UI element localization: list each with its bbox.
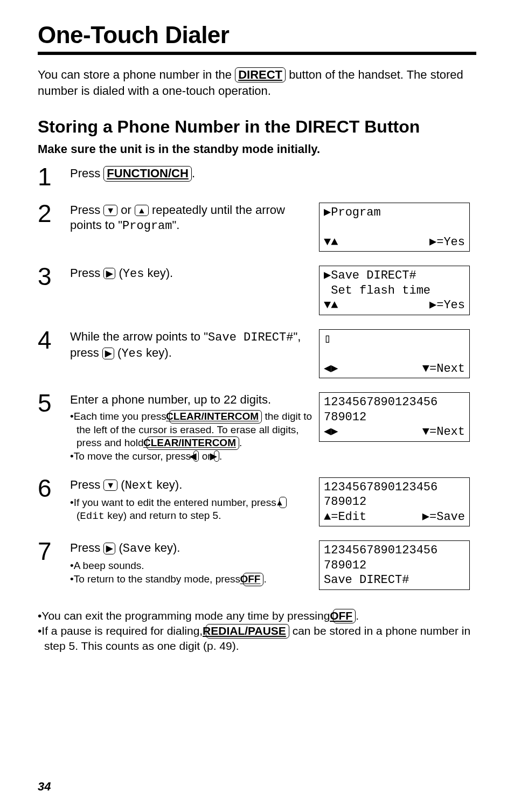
redial-pause-key: REDIAL/PAUSE: [206, 624, 289, 639]
text: ".: [172, 218, 180, 232]
bullet: •To return to the standby mode, press OF…: [70, 573, 312, 586]
text: Each time you press: [74, 411, 169, 422]
step-body: Press ▼ (Next key). •If you want to edit…: [70, 477, 312, 527]
text: To move the cursor, press: [74, 450, 194, 462]
step-body: Press ▼ or ▲ repeatedly until the arrow …: [70, 203, 312, 252]
step-2: 2 Press ▼ or ▲ repeatedly until the arro…: [38, 203, 476, 252]
step-main: Press ▶ (Save key).: [70, 540, 312, 557]
left-key: ◀: [193, 450, 199, 462]
step-number: 4: [38, 329, 64, 379]
display-col: ▶Program ▼▲ ▶=Yes: [319, 203, 476, 252]
display-col: ▯ ◀▶ ▼=Next: [319, 329, 476, 379]
page: One-Touch Dialer You can store a phone n…: [0, 0, 514, 812]
text: (: [115, 266, 122, 280]
text: Press: [70, 541, 103, 554]
text: Press: [70, 478, 103, 491]
lcd-line: ◀▶ ▼=Next: [324, 362, 465, 377]
text: .: [263, 573, 266, 585]
text: .: [219, 450, 222, 462]
step-body: While the arrow points to "Save DIRECT#"…: [70, 329, 312, 379]
step-number: 3: [38, 266, 64, 315]
mono-yes: Yes: [123, 267, 144, 281]
bullet: •To move the cursor, press ◀ or ▶.: [70, 450, 312, 463]
step-bullets: •A beep sounds. •To return to the standb…: [70, 559, 312, 586]
mono-save-direct: Save DIRECT#: [208, 331, 293, 344]
bullet: •If you want to edit the entered number,…: [70, 496, 312, 523]
lcd-display: ▯ ◀▶ ▼=Next: [319, 329, 470, 379]
text: Press: [70, 166, 103, 180]
lcd-right: ▼=Next: [422, 362, 465, 377]
right-key: ▶: [103, 268, 115, 279]
clear-intercom-key: CLEAR/INTERCOM: [147, 436, 239, 450]
intro-text-1: You can store a phone number in the: [38, 68, 235, 81]
display-col: [319, 166, 476, 188]
lcd-left: ▼▲: [324, 235, 338, 250]
bullet: •Each time you press CLEAR/INTERCOM the …: [70, 410, 312, 450]
text: key).: [151, 541, 180, 554]
mono-next: Next: [125, 479, 154, 492]
lcd-line: 1234567890123456: [324, 543, 465, 558]
up-key: ▲: [135, 205, 149, 216]
text: To return to the standby mode, press: [74, 573, 244, 585]
text: .: [356, 609, 359, 622]
lcd-line: ▶Program: [324, 205, 465, 220]
text: A beep sounds.: [74, 560, 144, 571]
step-bullets: •Each time you press CLEAR/INTERCOM the …: [70, 410, 312, 463]
footnote: •You can exit the programming mode any t…: [38, 608, 476, 623]
page-number: 34: [38, 780, 51, 794]
down-key: ▼: [103, 205, 117, 216]
step-7: 7 Press ▶ (Save key). •A beep sounds. •T…: [38, 540, 476, 590]
display-col: 1234567890123456 789012 ▲=Edit ▶=Save: [319, 477, 476, 527]
right-key: ▶: [102, 348, 114, 359]
lcd-line: [324, 220, 465, 235]
lcd-left: ▲=Edit: [324, 510, 366, 525]
steps-list: 1 Press FUNCTION/CH. 2 Press ▼ or ▲ repe…: [38, 166, 476, 590]
step-1: 1 Press FUNCTION/CH.: [38, 166, 476, 188]
step-number: 7: [38, 540, 64, 590]
footnotes: •You can exit the programming mode any t…: [38, 608, 476, 654]
text: (: [115, 541, 122, 554]
text: If a pause is required for dialing,: [41, 624, 206, 637]
step-body: Enter a phone number, up to 22 digits. •…: [70, 392, 312, 463]
mono-save: Save: [123, 542, 151, 556]
step-main: Press ▼ (Next key).: [70, 477, 312, 494]
display-col: 1234567890123456 789012 Save DIRECT#: [319, 540, 476, 590]
direct-key: DIRECT: [235, 67, 286, 82]
page-title: One-Touch Dialer: [38, 22, 476, 48]
standby-instruction: Make sure the unit is in the standby mod…: [38, 142, 476, 156]
step-bullets: •If you want to edit the entered number,…: [70, 496, 312, 523]
text: (: [117, 478, 124, 491]
text: key).: [153, 478, 182, 491]
lcd-line: Set flash time: [324, 283, 465, 299]
lcd-right: ▶=Save: [422, 510, 465, 525]
lcd-display: ▶Program ▼▲ ▶=Yes: [319, 203, 470, 252]
lcd-line: 789012: [324, 495, 465, 510]
text: .: [192, 166, 195, 180]
step-5: 5 Enter a phone number, up to 22 digits.…: [38, 392, 476, 463]
text: Press: [70, 203, 103, 217]
lcd-line: ◀▶ ▼=Next: [324, 425, 465, 440]
clear-intercom-key: CLEAR/INTERCOM: [169, 410, 262, 424]
lcd-line: 1234567890123456: [324, 480, 465, 495]
up-key: ▲: [279, 497, 287, 508]
lcd-right: ▶=Yes: [429, 235, 465, 250]
intro-paragraph: You can store a phone number in the DIRE…: [38, 67, 476, 99]
step-main: Enter a phone number, up to 22 digits.: [70, 392, 312, 408]
mono-program: Program: [122, 219, 172, 233]
lcd-line: ▲=Edit ▶=Save: [324, 510, 465, 525]
lcd-left: ◀▶: [324, 425, 338, 440]
mono-yes: Yes: [121, 347, 143, 360]
display-col: ▶Save DIRECT# Set flash time ▼▲ ▶=Yes: [319, 266, 476, 315]
step-number: 1: [38, 166, 64, 188]
step-3: 3 Press ▶ (Yes key). ▶Save DIRECT# Set f…: [38, 266, 476, 315]
function-ch-key: FUNCTION/CH: [103, 166, 192, 181]
step-6: 6 Press ▼ (Next key). •If you want to ed…: [38, 477, 476, 527]
step-body: Press ▶ (Save key). •A beep sounds. •To …: [70, 540, 312, 590]
title-rule: [38, 52, 476, 55]
bullet: •A beep sounds.: [70, 559, 312, 573]
lcd-line: ▼▲ ▶=Yes: [324, 235, 465, 250]
text: You can exit the programming mode any ti…: [41, 609, 333, 622]
lcd-line: 789012: [324, 410, 465, 425]
step-number: 6: [38, 477, 64, 527]
lcd-right: ▼=Next: [422, 425, 465, 440]
